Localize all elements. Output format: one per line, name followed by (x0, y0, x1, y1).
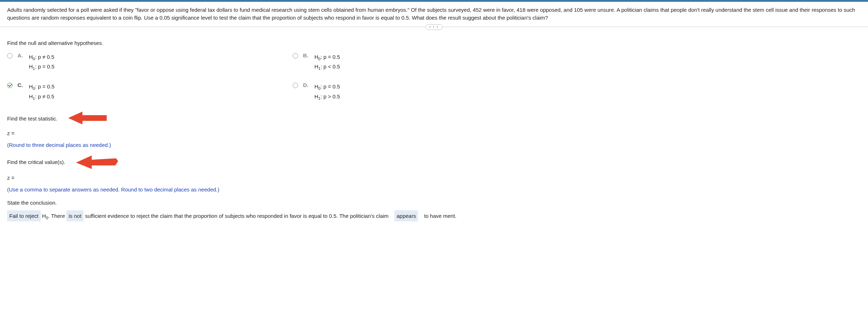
svg-marker-0 (68, 112, 107, 124)
arrow-left-icon (76, 153, 119, 171)
find-critical-values-prompt: Find the critical value(s). (7, 157, 65, 167)
conclusion-blank-2[interactable]: is not (66, 210, 84, 221)
body-content: Find the null and alternative hypotheses… (0, 27, 868, 233)
option-body: H0: p = 0.5 H1: p < 0.5 (314, 52, 340, 72)
arrow-left-icon (68, 111, 107, 126)
radio-a[interactable] (7, 53, 12, 58)
question-container: Adults randomly selected for a poll were… (0, 2, 868, 27)
option-d[interactable]: D. H0: p = 0.5 H1: p > 0.5 (293, 82, 571, 102)
option-body: H0: p = 0.5 H1: p ≠ 0.5 (29, 82, 55, 102)
round-hint-3: (Round to three decimal places as needed… (7, 140, 861, 150)
expand-toggle[interactable]: • • • (425, 24, 443, 30)
option-a[interactable]: A. H0: p ≠ 0.5 H1: p = 0.5 (7, 52, 286, 72)
question-text: Adults randomly selected for a poll were… (7, 7, 855, 21)
option-b[interactable]: B. H0: p = 0.5 H1: p < 0.5 (293, 52, 571, 72)
option-letter: A. (17, 52, 24, 58)
state-conclusion-prompt: State the conclusion. (7, 198, 861, 208)
z-equals-2: z = (7, 173, 861, 183)
option-letter: B. (303, 52, 309, 58)
hypotheses-prompt: Find the null and alternative hypotheses… (7, 40, 861, 46)
round-hint-2: (Use a comma to separate answers as need… (7, 185, 861, 194)
option-c[interactable]: C. H0: p = 0.5 H1: p ≠ 0.5 (7, 82, 286, 102)
options-grid: A. H0: p ≠ 0.5 H1: p = 0.5 B. H0: p = 0.… (7, 52, 861, 102)
option-body: H0: p ≠ 0.5 H1: p = 0.5 (29, 52, 55, 72)
radio-d[interactable] (293, 83, 298, 88)
conclusion-blank-1[interactable]: Fail to reject (7, 210, 41, 221)
option-letter: C. (17, 82, 24, 88)
svg-marker-1 (76, 155, 118, 169)
option-body: H0: p = 0.5 H1: p > 0.5 (314, 82, 340, 102)
radio-c[interactable] (7, 83, 12, 88)
z-equals-1: z = (7, 128, 861, 138)
find-test-statistic-prompt: Find the test statistic. (7, 114, 57, 123)
option-letter: D. (303, 82, 309, 88)
conclusion-sentence: Fail to reject H0. There is not sufficie… (7, 210, 861, 222)
conclusion-blank-3[interactable]: appears (394, 210, 418, 221)
radio-b[interactable] (293, 53, 298, 58)
